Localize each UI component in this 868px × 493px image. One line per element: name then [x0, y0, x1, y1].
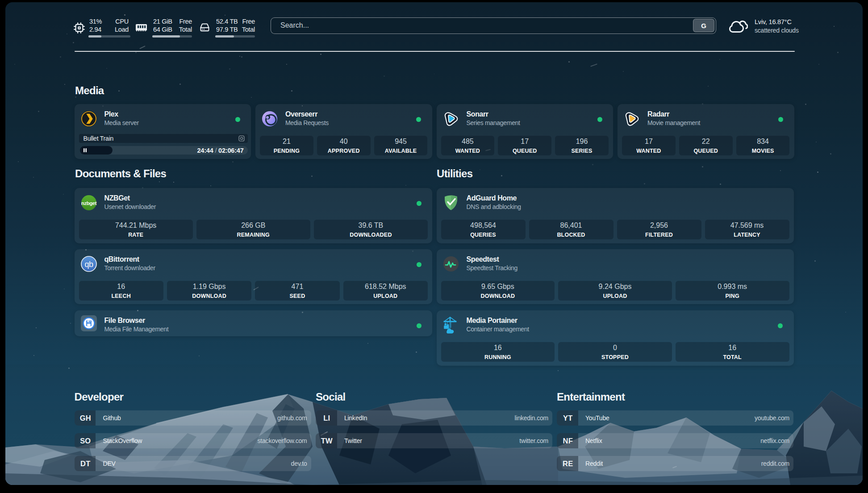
svg-text:qb: qb [84, 260, 93, 269]
svg-text:nzbget: nzbget [81, 201, 96, 206]
